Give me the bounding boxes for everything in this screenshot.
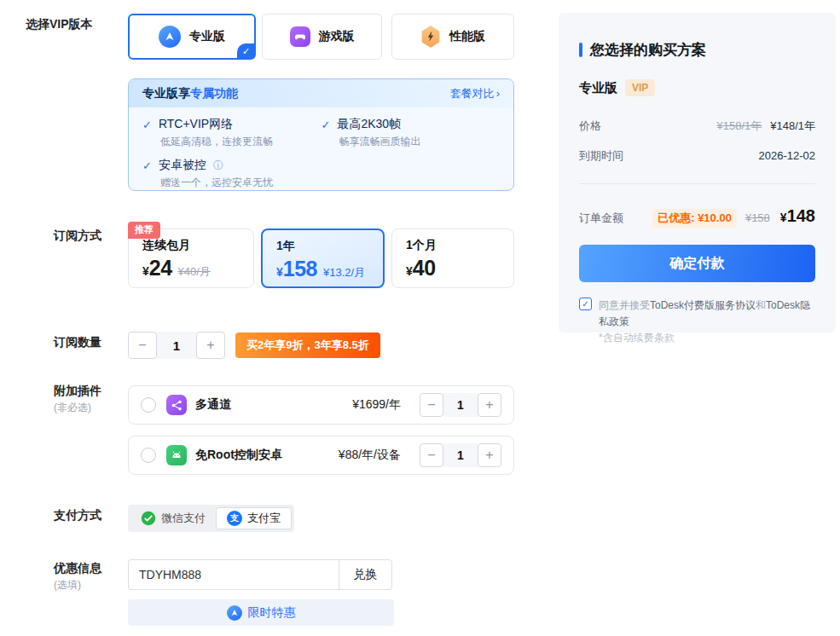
payment-alipay[interactable]: 支 支付宝 — [216, 507, 292, 529]
agreement-checkbox[interactable]: ✓ — [579, 298, 592, 310]
tab-game-version[interactable]: 游戏版 — [262, 14, 382, 60]
expire-date: 2026-12-02 — [759, 149, 816, 162]
tab-pro-version[interactable]: 专业版 ✓ — [128, 14, 256, 60]
addons-section-sublabel: (非必选) — [54, 401, 91, 415]
vip-purchase-page: 选择VIP版本 专业版 ✓ 游戏版 性能版 专业版享 专属功能 套餐对比 › — [0, 0, 840, 636]
info-icon[interactable]: ⓘ — [213, 159, 223, 173]
order-amount-row: 订单金额 已优惠: ¥10.00 ¥158 ¥ 148 — [579, 206, 815, 228]
plus-icon[interactable]: + — [478, 393, 501, 417]
redeem-button[interactable]: 兑换 — [339, 559, 392, 590]
quantity-value: 1 — [157, 332, 196, 359]
current-price: ¥148/1年 — [770, 119, 815, 134]
todesk-logo-icon — [159, 26, 181, 48]
plan-one-year[interactable]: 1年 ¥ 158 ¥13.2/月 — [261, 228, 385, 288]
original-amount: ¥158 — [745, 211, 770, 224]
addon-price: ¥88/年/设备 — [339, 448, 401, 463]
feature-box: 专业版享 专属功能 套餐对比 › ✓ RTC+VIP网络 低延高清稳，连接更流畅… — [128, 78, 514, 191]
payment-method-group: 微信支付 支 支付宝 — [128, 505, 294, 532]
android-icon — [166, 445, 187, 465]
check-icon: ✓ — [142, 159, 152, 172]
addon-multichannel-row: 多通道 ¥1699/年 − 1 + — [128, 385, 514, 425]
feature-item: ✓ 最高2K30帧 畅享流畅画质输出 — [322, 117, 501, 149]
feature-item: ✓ 安卓被控 ⓘ 赠送一个，远控安卓无忧 — [142, 158, 322, 190]
panel-divider — [579, 183, 815, 184]
subscription-section-label: 订阅方式 — [54, 228, 101, 244]
expire-row: 到期时间 2026-12-02 — [579, 148, 815, 164]
vip-badge: VIP — [625, 79, 655, 96]
minus-icon[interactable]: − — [128, 332, 157, 359]
auto-renew-note: *含自动续费条款 — [599, 331, 820, 345]
minus-icon[interactable]: − — [420, 443, 443, 467]
recommend-badge: 推荐 — [128, 222, 160, 239]
flash-sale-link[interactable]: 限时特惠 — [128, 599, 394, 626]
addon-qty-value: 1 — [443, 443, 478, 467]
per-month-price: ¥13.2/月 — [323, 265, 365, 280]
coupon-code-input[interactable] — [128, 559, 339, 590]
selected-check-icon: ✓ — [237, 43, 255, 59]
tab-label: 性能版 — [449, 29, 485, 44]
gamepad-icon — [290, 26, 310, 47]
plus-icon[interactable]: + — [196, 332, 225, 359]
plan-one-month[interactable]: 1个月 ¥ 40 — [391, 228, 514, 288]
check-icon: ✓ — [142, 119, 152, 131]
addon-stepper: − 1 + — [420, 393, 501, 417]
service-agreement-link[interactable]: ToDesk付费版服务协议 — [650, 299, 756, 311]
payment-section-label: 支付方式 — [54, 508, 101, 523]
addon-stepper: − 1 + — [420, 443, 501, 467]
check-icon: ✓ — [322, 119, 331, 131]
alipay-icon: 支 — [227, 511, 242, 526]
summary-title: 您选择的购买方案 — [579, 40, 706, 60]
feature-item: ✓ RTC+VIP网络 低延高清稳，连接更流畅 — [142, 117, 322, 149]
version-section-label: 选择VIP版本 — [26, 17, 93, 32]
multichannel-share-icon — [166, 395, 187, 415]
agreement-row: ✓ 同意并接受ToDesk付费版服务协议和ToDesk隐私政策 *含自动续费条款 — [579, 297, 820, 345]
addons-section-label: 附加插件 — [54, 384, 101, 399]
tab-label: 专业版 — [189, 29, 225, 44]
discount-chip: 已优惠: ¥10.00 — [652, 209, 737, 228]
order-summary-panel: 您选择的购买方案 专业版 VIP 价格 ¥158/1年 ¥148/1年 到期时间… — [559, 13, 836, 332]
payment-wechat[interactable]: 微信支付 — [130, 507, 216, 529]
price-row: 价格 ¥158/1年 ¥148/1年 — [579, 119, 815, 134]
confirm-pay-button[interactable]: 确定付款 — [579, 245, 815, 282]
title-accent-bar — [579, 43, 582, 57]
quantity-section-label: 订阅数量 — [54, 335, 101, 350]
addon-qty-value: 1 — [443, 393, 478, 417]
coupon-section-label: 优惠信息 — [54, 561, 101, 576]
original-price: ¥158/1年 — [716, 119, 762, 134]
multi-year-discount-badge: 买2年享9折，3年享8.5折 — [235, 332, 380, 358]
tab-performance-version[interactable]: 性能版 — [391, 14, 514, 60]
chevron-right-icon: › — [496, 87, 500, 100]
plan-monthly-auto[interactable]: 推荐 连续包月 ¥ 24 ¥40/月 — [128, 228, 254, 288]
plus-icon[interactable]: + — [478, 443, 501, 467]
feature-box-header: 专业版享 专属功能 套餐对比 › — [129, 79, 513, 107]
selected-plan-name: 专业版 — [579, 80, 617, 96]
lightning-icon — [420, 26, 441, 48]
addon-radio[interactable] — [141, 448, 156, 463]
addon-android-row: 免Root控制安卓 ¥88/年/设备 − 1 + — [128, 436, 514, 475]
addon-price: ¥1699/年 — [352, 397, 401, 413]
minus-icon[interactable]: − — [420, 393, 443, 417]
quantity-stepper: − 1 + — [128, 332, 225, 359]
coupon-section-sublabel: (选填) — [54, 578, 81, 593]
feature-title-highlight: 专属功能 — [190, 86, 238, 101]
feature-title-prefix: 专业版享 — [142, 86, 190, 101]
selected-plan-line: 专业版 VIP — [579, 79, 655, 96]
compare-plans-link[interactable]: 套餐对比 › — [450, 86, 500, 101]
addon-radio[interactable] — [141, 397, 156, 413]
tab-label: 游戏版 — [319, 29, 355, 44]
todesk-logo-icon — [227, 605, 242, 621]
wechat-pay-icon — [141, 511, 156, 526]
final-amount: 148 — [787, 206, 815, 226]
original-price: ¥40/月 — [178, 264, 211, 280]
